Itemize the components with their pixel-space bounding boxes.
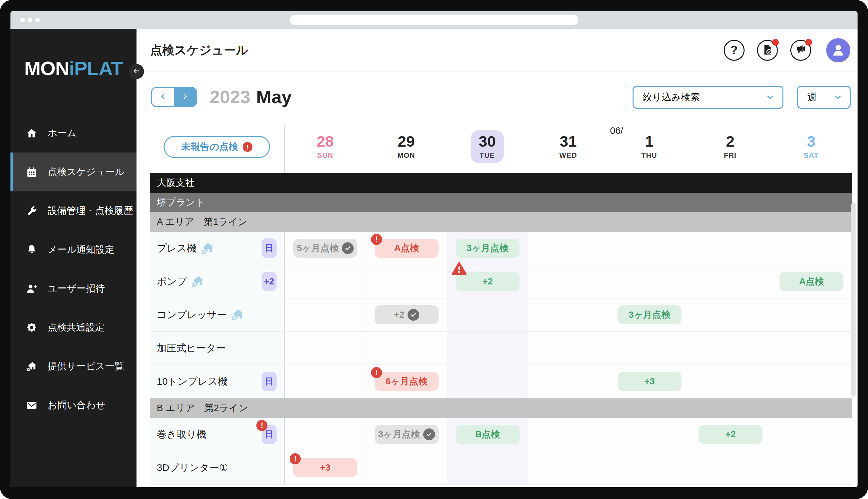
prev-week-button[interactable] (152, 88, 174, 106)
period-dropdown[interactable]: 週 (797, 86, 851, 109)
inspection-badge[interactable]: 3ヶ月点検 (618, 305, 682, 324)
laptop-frame: MONiPLAT ホーム点検スケジュール設備管理・点検履歴メール通知設定ユーザー… (0, 0, 868, 499)
inspection-badge[interactable]: +3! (293, 458, 357, 477)
check-icon (407, 309, 419, 321)
sidebar-item-mail-notification[interactable]: メール通知設定 (10, 230, 136, 269)
day-number: 31 (560, 133, 577, 150)
gear-icon (25, 321, 38, 334)
schedule-cell (609, 418, 690, 451)
schedule-cell (285, 418, 366, 451)
schedule-cell (609, 451, 690, 484)
equipment-row: 巻き取り機日!3ヶ月点検B点検+2 (150, 418, 852, 451)
schedule-cell (528, 232, 609, 265)
schedule-cell (690, 365, 771, 398)
sidebar-item-contact[interactable]: お問い合わせ (10, 386, 136, 425)
equipment-row: 加圧式ヒーター (150, 332, 852, 365)
scrollbar-thumb[interactable] (851, 203, 856, 397)
schedule-cell (690, 332, 771, 364)
address-bar[interactable] (290, 15, 578, 25)
inspection-badge[interactable]: +2 (375, 305, 439, 324)
schedule-cell (690, 265, 771, 298)
check-icon (342, 242, 354, 254)
section-row-plant: 堺プラント (150, 193, 852, 212)
schedule-cell (285, 265, 366, 298)
inspection-badge-label: 3ヶ月点検 (378, 428, 420, 440)
sidebar-item-inspection-schedule[interactable]: 点検スケジュール (10, 153, 136, 191)
next-week-button[interactable] (174, 88, 196, 106)
schedule-cell (771, 232, 852, 265)
inspection-badge[interactable]: A点検 (780, 272, 844, 291)
frequency-tag: 日! (261, 425, 277, 444)
day-header-wed[interactable]: 31WED (528, 125, 609, 167)
equipment-cell: コンプレッサー (150, 299, 285, 331)
schedule-cell: A点検 (771, 265, 852, 298)
alert-icon: ! (371, 234, 382, 245)
schedule-cell (528, 418, 609, 451)
schedule-cell (771, 299, 852, 331)
day-header-fri[interactable]: 2FRI (690, 125, 771, 167)
schedule-cell: +2 (690, 418, 771, 451)
day-box: 3SAT (795, 130, 828, 163)
home-icon (25, 127, 38, 139)
page-title: 点検スケジュール (150, 42, 248, 59)
report-button[interactable] (757, 40, 778, 61)
home-signal-icon (25, 360, 38, 373)
filter-search-dropdown[interactable]: 絞り込み検索 (633, 86, 783, 109)
sidebar-item-inspection-settings[interactable]: 点検共通設定 (10, 308, 136, 347)
chevron-down-icon (833, 93, 842, 101)
unreported-inspections-button[interactable]: 未報告の点検 ! (163, 136, 270, 158)
inspection-badge[interactable]: 5ヶ月点検 (293, 239, 357, 258)
period-label: 週 (807, 91, 817, 104)
schedule-cell (771, 451, 852, 484)
user-avatar-icon (831, 42, 846, 59)
inspection-badge[interactable]: 3ヶ月点検 (375, 425, 439, 444)
filter-search-label: 絞り込み検索 (643, 91, 700, 104)
bell-icon (25, 244, 38, 256)
schedule-cell: +2 (447, 265, 528, 298)
traffic-light-dot[interactable] (28, 17, 32, 22)
traffic-lights[interactable] (20, 17, 40, 22)
avatar-button[interactable] (826, 38, 851, 62)
sidebar-collapse-button[interactable] (129, 64, 144, 79)
day-header-sun[interactable]: 28SUN (285, 125, 366, 167)
inspection-badge[interactable]: 6ヶ月点検! (375, 372, 439, 391)
page-header: 点検スケジュール ? (136, 29, 858, 72)
inspection-badge[interactable]: +3 (618, 372, 682, 391)
schedule-table: 大阪支社堺プラントA エリア 第1ラインプレス機日5ヶ月点検A点検!3ヶ月点検ポ… (150, 173, 852, 485)
day-number: 3 (807, 133, 816, 150)
day-header-row: 28SUN29MON30TUE31WED06/1THU2FRI3SAT (285, 125, 852, 167)
sidebar-item-user-invite[interactable]: ユーザー招待 (10, 269, 136, 308)
calendar-icon (25, 166, 38, 178)
traffic-light-dot[interactable] (20, 17, 25, 22)
inspection-badge-label: +2 (482, 276, 493, 287)
inspection-badge-label: +3 (644, 376, 655, 387)
day-of-week: SUN (317, 151, 333, 160)
day-header-mon[interactable]: 29MON (366, 125, 447, 167)
day-header-thu[interactable]: 06/1THU (609, 125, 690, 167)
schedule-cell (609, 265, 690, 298)
sidebar-item-services[interactable]: 提供サービス一覧 (10, 347, 136, 386)
inspection-badge[interactable]: 3ヶ月点検 (455, 239, 519, 258)
schedule-cell: 3ヶ月点検 (366, 418, 447, 451)
announcement-button[interactable] (790, 40, 811, 61)
schedule-cell (447, 365, 528, 398)
section-label: A エリア 第1ライン (157, 216, 247, 229)
day-header-tue[interactable]: 30TUE (447, 125, 528, 167)
wrench-icon (25, 205, 38, 217)
help-button[interactable]: ? (724, 40, 745, 61)
equipment-row: 10トンプレス機日6ヶ月点検!+3 (150, 365, 852, 399)
sidebar-item-equipment-history[interactable]: 設備管理・点検履歴 (10, 191, 136, 230)
inspection-badge-label: 5ヶ月点検 (297, 242, 339, 254)
sidebar-item-home[interactable]: ホーム (10, 114, 136, 153)
day-header-sat[interactable]: 3SAT (771, 125, 852, 167)
inspection-badge[interactable]: +2 (698, 425, 762, 444)
app-logo: MONiPLAT (10, 59, 136, 78)
inspection-badge[interactable]: B点検 (455, 425, 519, 444)
frequency-tag-label: +2 (264, 277, 274, 287)
sidebar-nav: ホーム点検スケジュール設備管理・点検履歴メール通知設定ユーザー招待点検共通設定提… (10, 114, 136, 425)
equipment-name: プレス機 (157, 242, 197, 255)
traffic-light-dot[interactable] (35, 17, 40, 22)
inspection-badge[interactable]: A点検! (375, 239, 439, 258)
inspection-badge[interactable]: +2 (455, 272, 519, 291)
schedule-cell (771, 365, 852, 398)
